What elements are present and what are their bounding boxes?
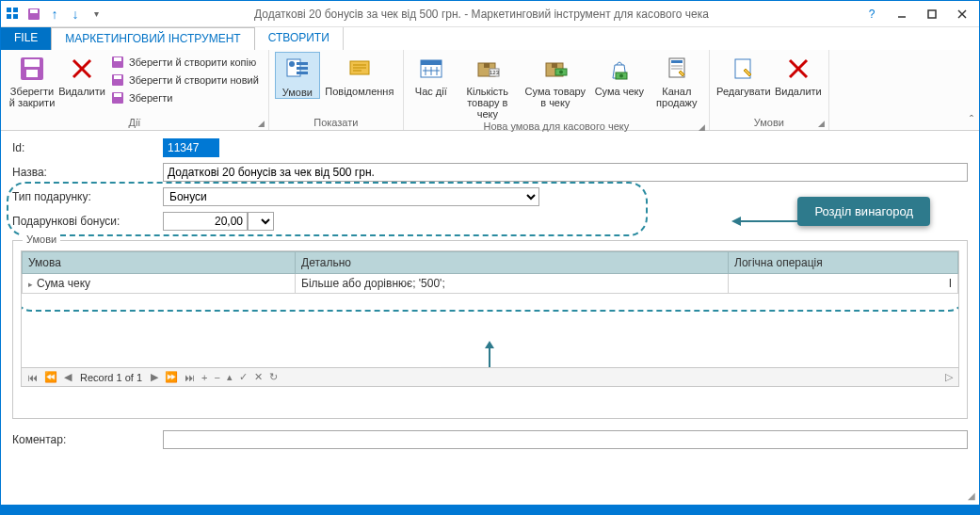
up-arrow-icon[interactable]: ↑: [46, 6, 63, 23]
delete-cond-label: Видалити: [775, 86, 822, 97]
maximize-icon[interactable]: [919, 5, 945, 24]
gift-type-label: Тип подарунку:: [12, 190, 163, 203]
nav-scroll-right-icon[interactable]: ▷: [943, 371, 955, 383]
nav-commit-icon[interactable]: ✓: [237, 371, 249, 383]
edit-condition-button[interactable]: Редагувати: [715, 52, 772, 97]
nav-edit-icon[interactable]: ▴: [225, 371, 234, 383]
save-button[interactable]: Зберегти: [106, 89, 263, 106]
name-label: Назва:: [12, 166, 163, 179]
cell-condition: Сума чеку: [23, 274, 296, 294]
svg-rect-41: [552, 63, 557, 68]
conditions-groupbox: Умови Умова Детально Логічна операція Су…: [12, 240, 968, 419]
comment-label: Коментар:: [12, 433, 163, 446]
svg-rect-37: [484, 63, 490, 68]
conditions-button[interactable]: Умови: [275, 52, 320, 99]
nav-prev-page-icon[interactable]: ⏪: [42, 371, 59, 383]
svg-text:123: 123: [490, 70, 500, 75]
quick-access-toolbar: ↑ ↓ ▾: [5, 6, 104, 23]
tab-marketing-tool[interactable]: МАРКЕТИНГОВИЙ ІНСТРУМЕНТ: [51, 27, 254, 50]
name-row: Назва:: [12, 163, 968, 182]
id-row: Id:: [12, 138, 968, 157]
window-controls: ?: [859, 5, 975, 24]
item-count-button[interactable]: 123 Кількість товару в чеку: [455, 52, 521, 120]
tab-file[interactable]: FILE: [1, 27, 51, 50]
save-new-icon: [110, 72, 125, 88]
save-and-new-button[interactable]: Зберегти й створити новий: [106, 72, 263, 89]
down-arrow-icon[interactable]: ↓: [67, 6, 84, 23]
gift-bonus-unit-select[interactable]: [248, 212, 274, 231]
svg-rect-0: [7, 8, 11, 12]
delete-label: Видалити: [58, 86, 105, 97]
box-count-icon: 123: [473, 54, 503, 84]
close-icon[interactable]: [949, 5, 975, 24]
app-window: ↑ ↓ ▾ Додаткові 20 бонусів за чек від 50…: [0, 0, 980, 515]
form-area: Id: Назва: Тип подарунку: Бонуси Подарун…: [1, 131, 979, 426]
gift-type-select[interactable]: Бонуси: [163, 187, 539, 206]
save-variants-list: Зберегти й створити копію Зберегти й ств…: [106, 52, 263, 106]
svg-point-45: [619, 74, 623, 78]
resize-grip-icon[interactable]: ◢: [968, 491, 975, 501]
item-sum-button[interactable]: Сума товару в чеку: [522, 52, 588, 108]
gift-bonus-input[interactable]: [163, 212, 248, 231]
save-icon[interactable]: [25, 6, 42, 23]
dialog-launcher-icon[interactable]: ◢: [258, 119, 265, 128]
ribbon-tabs: FILE МАРКЕТИНГОВИЙ ІНСТРУМЕНТ СТВОРИТИ: [1, 27, 979, 50]
save-and-close-button[interactable]: Зберегти й закрити: [7, 52, 57, 108]
nav-refresh-icon[interactable]: ↻: [267, 371, 280, 383]
conditions-grid[interactable]: Умова Детально Логічна операція Сума чек…: [22, 251, 958, 294]
col-condition[interactable]: Умова: [23, 252, 296, 274]
qat-dropdown-icon[interactable]: ▾: [88, 6, 104, 23]
svg-rect-1: [13, 8, 18, 12]
comment-input[interactable]: [163, 430, 968, 449]
box-money-icon: [540, 54, 570, 84]
name-input[interactable]: [163, 163, 968, 182]
group-actions-title: Дії◢: [7, 116, 263, 130]
dialog-launcher-icon[interactable]: ◢: [818, 119, 825, 128]
nav-remove-icon[interactable]: −: [212, 372, 221, 383]
save-copy-label: Зберегти й створити копію: [129, 56, 256, 68]
delete-icon: [67, 54, 97, 84]
col-logic[interactable]: Логічна операція: [729, 252, 958, 274]
nav-next-icon[interactable]: ▶: [149, 371, 160, 383]
sales-channel-button[interactable]: Канал продажу: [651, 52, 703, 108]
col-detail[interactable]: Детально: [296, 252, 729, 274]
comment-row: Коментар:: [1, 426, 979, 453]
titlebar: ↑ ↓ ▾ Додаткові 20 бонусів за чек від 50…: [1, 1, 979, 27]
nav-record-text: Record 1 of 1: [80, 372, 142, 383]
notifications-icon: [345, 54, 375, 84]
nav-first-icon[interactable]: ⏮: [25, 372, 40, 383]
svg-rect-12: [26, 70, 38, 77]
svg-rect-18: [114, 75, 121, 79]
save-close-icon: [17, 54, 47, 84]
help-icon[interactable]: ?: [859, 5, 885, 24]
svg-rect-25: [297, 72, 308, 74]
check-sum-button[interactable]: Сума чеку: [590, 52, 649, 97]
window-title: Додаткові 20 бонусів за чек від 500 грн.…: [104, 8, 859, 21]
save-close-label: Зберегти й закрити: [8, 86, 56, 108]
time-condition-button[interactable]: Час дії: [410, 52, 453, 97]
tab-create[interactable]: СТВОРИТИ: [255, 27, 344, 50]
svg-rect-31: [421, 60, 442, 65]
svg-marker-56: [486, 341, 495, 348]
minimize-icon[interactable]: [889, 5, 915, 24]
svg-rect-2: [7, 14, 11, 19]
delete-button[interactable]: Видалити: [59, 52, 104, 97]
svg-rect-20: [114, 93, 121, 97]
item-count-label: Кількість товару в чеку: [457, 86, 519, 120]
nav-last-icon[interactable]: ⏭: [183, 372, 197, 383]
delete-condition-button[interactable]: Видалити: [774, 52, 823, 97]
save-and-copy-button[interactable]: Зберегти й створити копію: [106, 54, 263, 71]
id-input[interactable]: [163, 138, 219, 157]
table-row[interactable]: Сума чеку Більше або дорівнює; '500'; І: [23, 274, 958, 294]
collapse-ribbon-icon[interactable]: ˆ: [970, 114, 973, 127]
svg-rect-23: [297, 62, 308, 65]
nav-add-icon[interactable]: +: [200, 372, 209, 383]
grid-navigator: ⏮ ⏪ ◀ Record 1 of 1 ▶ ⏩ ⏭ + − ▴ ✓ ✕ ↻ ▷: [22, 367, 958, 386]
callout-arrow-icon: [482, 341, 499, 367]
nav-cancel-icon[interactable]: ✕: [252, 371, 265, 383]
save-small-icon: [110, 90, 125, 105]
nav-prev-icon[interactable]: ◀: [62, 371, 73, 383]
notifications-button[interactable]: Повідомлення: [322, 52, 397, 97]
svg-rect-3: [13, 14, 18, 19]
nav-next-page-icon[interactable]: ⏩: [163, 371, 180, 383]
